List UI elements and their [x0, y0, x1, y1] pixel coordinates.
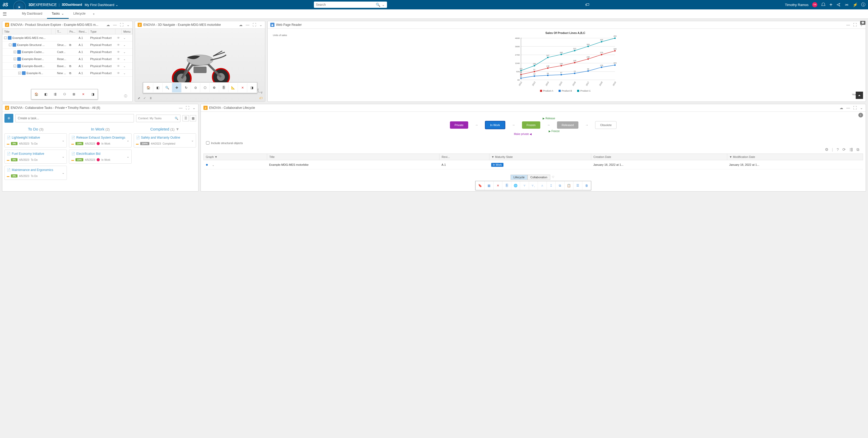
tag-icon[interactable]: 🏷 — [585, 2, 589, 7]
col-type[interactable]: Type — [89, 29, 116, 34]
scroll-top-button[interactable]: ⏶ — [856, 92, 863, 99]
menu-icon[interactable]: ☰ — [3, 11, 7, 17]
menu-icon[interactable]: ⌄ — [259, 23, 262, 27]
search-dropdown-icon[interactable]: ⌄ — [382, 3, 385, 7]
database-icon[interactable]: 🗄 — [219, 83, 228, 92]
tree-toggle[interactable]: + — [18, 72, 21, 74]
branch-icon[interactable]: ⑂ — [520, 181, 529, 190]
row-menu-icon[interactable]: ⌄ — [123, 71, 126, 75]
col-rev[interactable]: Revi... — [77, 29, 89, 34]
tab-my-dashboard[interactable]: My Dashboard — [17, 9, 47, 19]
pause-icon[interactable]: ⏸ — [149, 96, 152, 100]
zoom-icon[interactable]: 🔍 — [162, 83, 172, 92]
close-icon[interactable]: ✕ — [79, 90, 88, 99]
table-row[interactable]: - Example-Structural ... Struc... ⧉ A.1 … — [3, 41, 132, 49]
gear-icon[interactable]: ⚙ — [825, 147, 828, 152]
state-private[interactable]: Private — [450, 121, 468, 129]
tree-toggle[interactable]: + — [13, 51, 16, 53]
expand-card-icon[interactable]: ⌄ — [127, 138, 129, 142]
visibility-icon[interactable]: 👁 — [117, 51, 120, 54]
dashboard-dropdown[interactable]: My First Dashboard ⌄ — [85, 3, 118, 7]
visibility-icon[interactable]: 👁 — [117, 71, 120, 75]
tree-icon[interactable]: ⇶ — [51, 90, 60, 99]
home-icon[interactable]: 🏠 — [144, 83, 153, 92]
grid-view-icon[interactable]: ▦ — [190, 115, 196, 121]
task-card[interactable]: 📄 Maintenance and Ergonomics ▬ 0% 4/5/20… — [4, 166, 67, 180]
col-maturity[interactable]: ▼ Maturity State — [489, 154, 591, 160]
expand-icon[interactable]: ⛶ — [853, 106, 857, 110]
notification-icon[interactable] — [821, 2, 826, 7]
table-row[interactable]: + Example-Reser... Rese... A.1 Physical … — [3, 56, 132, 63]
add-task-button[interactable]: + — [4, 114, 13, 123]
hierarchy-icon[interactable]: ⚇ — [60, 90, 69, 99]
col-rev[interactable]: Revi... — [439, 154, 489, 160]
cursor-icon[interactable]: ⬈ — [137, 96, 140, 100]
3d-viewport[interactable]: View Tools ♡ 🏠 ◧ 🔍 ✥ ↻ ⊙ ⬡ ⚙ 🗄 📐 ✕ ◨ ⬈ ✓ — [135, 29, 265, 101]
minimize-icon[interactable]: — — [246, 23, 249, 27]
table-row[interactable]: + Example-N... New ... ⧉ A.1 Physical Pr… — [3, 70, 132, 77]
close-icon[interactable]: ✕ — [493, 181, 502, 190]
copy-icon[interactable]: ⧉ — [857, 147, 859, 152]
info-icon[interactable]: ⓘ — [124, 94, 127, 98]
split-icon[interactable]: ◨ — [88, 90, 97, 99]
col-menu[interactable]: Menu — [122, 29, 132, 34]
paste-icon[interactable]: 📋 — [564, 181, 573, 190]
rotate-icon[interactable]: ↻ — [181, 83, 191, 92]
expand-card-icon[interactable]: ⌄ — [127, 155, 129, 158]
copy-icon[interactable]: ⧉ — [555, 181, 564, 190]
cloud-icon[interactable]: ☁ — [106, 23, 110, 27]
cloud-icon[interactable]: ☁ — [840, 106, 843, 110]
network-icon[interactable]: ⫘ — [844, 2, 849, 7]
row-menu-icon[interactable]: ⌄ — [123, 57, 126, 61]
cloud-icon[interactable]: ☁ — [239, 23, 243, 27]
visibility-icon[interactable]: 👁 — [117, 57, 120, 61]
context-input[interactable]: Context: My Tasks 🔍 — [136, 115, 181, 122]
minimize-icon[interactable]: — — [179, 106, 183, 110]
bookmark-icon[interactable]: 🔖 — [475, 181, 485, 190]
search-input[interactable] — [316, 3, 376, 6]
help-icon[interactable]: ? — [837, 147, 839, 152]
row-menu-icon[interactable]: ⌄ — [123, 51, 126, 54]
tab-tasks[interactable]: Tasks⌄ — [47, 9, 69, 19]
list-icon[interactable]: ☰ — [573, 181, 582, 190]
expand-icon[interactable]: ⛶ — [186, 106, 189, 110]
col-modified[interactable]: ▼ Modification Date — [727, 154, 863, 160]
tab-collaboration[interactable]: Collaboration — [527, 175, 550, 180]
menu-icon[interactable]: ⌄ — [860, 106, 863, 110]
row-menu-icon[interactable]: ⌄ — [123, 43, 126, 46]
col-graph[interactable]: Graph ▼ — [204, 154, 267, 160]
create-task-input[interactable] — [16, 114, 134, 122]
visibility-icon[interactable]: 👁 — [117, 64, 120, 68]
task-card[interactable]: 📄 Release Exhaust System Drawings ▬ 10% … — [69, 133, 131, 148]
minimize-icon[interactable]: — — [113, 23, 117, 27]
col-title[interactable]: Title — [267, 154, 439, 160]
expand-card-icon[interactable]: ⌄ — [62, 138, 64, 142]
state-obsolete[interactable]: Obsolete — [595, 121, 617, 129]
state-released[interactable]: Released — [557, 121, 579, 129]
grid-icon[interactable]: ▦ — [485, 181, 493, 190]
favorite-icon[interactable]: ♡ — [550, 175, 556, 180]
branch-add-icon[interactable]: ⑂₊ — [529, 181, 538, 190]
search-icon[interactable]: 🔍 — [376, 3, 380, 7]
user-name[interactable]: Timothy Ramos — [785, 3, 809, 7]
col-title[interactable]: Title — [3, 29, 52, 34]
menu-icon[interactable]: ⌄ — [192, 106, 195, 110]
help-icon[interactable]: ⓘ — [861, 2, 865, 7]
tab-lifecycle[interactable]: Lifecycle — [69, 9, 90, 19]
tab-lifecycle[interactable]: Lifecycle — [510, 175, 527, 180]
graph-icon[interactable]: ⊞ — [69, 90, 78, 99]
tree-toggle[interactable]: + — [13, 58, 16, 60]
task-card[interactable]: 📄 Electrification Bid ▬ 10% 4/5/2023 In … — [69, 150, 131, 164]
tree-toggle[interactable]: - — [4, 36, 7, 39]
merge2-icon[interactable]: ⑄ — [547, 181, 555, 190]
task-card[interactable]: 📄 Safety and Warranty Outline ▬ 100% 4/4… — [134, 133, 196, 148]
col-created[interactable]: Creation Date — [591, 154, 727, 160]
expand-icon[interactable]: ⛶ — [120, 23, 124, 27]
include-structural-checkbox[interactable]: Include structural objects — [204, 140, 863, 146]
merge-icon[interactable]: ⑃ — [538, 181, 547, 190]
panel-icon[interactable]: ◧ — [41, 90, 50, 99]
database-icon[interactable]: 🗄 — [502, 181, 511, 190]
trash-icon[interactable]: 🗑 — [582, 181, 591, 190]
row-menu-icon[interactable]: ⌄ — [123, 36, 126, 39]
close-icon[interactable]: ✕ — [238, 83, 247, 92]
